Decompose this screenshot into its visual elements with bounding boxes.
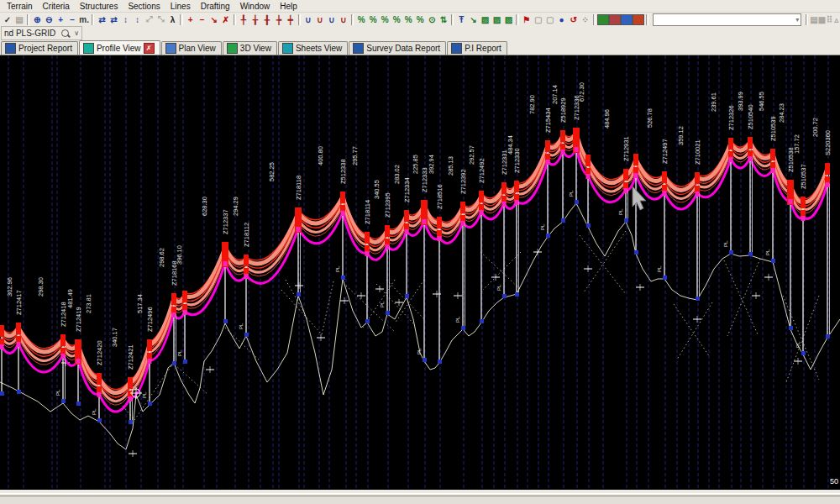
find-text[interactable]: nd PLS-GRID — [4, 29, 55, 38]
grid-green-icon-3[interactable]: ▨ — [502, 13, 514, 25]
menu-item-criteria[interactable]: Criteria — [39, 2, 74, 11]
toolbar-separator — [351, 14, 354, 25]
table-icon-4: ▵ — [833, 13, 840, 25]
zoom-out-icon[interactable]: ⊖ — [43, 13, 55, 25]
points-icon[interactable]: ⁘ — [580, 13, 591, 25]
add-structure-icon[interactable]: + — [185, 13, 197, 25]
measure-icon[interactable]: m. — [78, 13, 90, 25]
clearance-icon-4[interactable]: % — [391, 13, 402, 25]
map-orange-icon[interactable] — [633, 13, 644, 25]
tab-document-icon — [5, 43, 16, 54]
structure-edit-icon-5[interactable]: ┿ — [285, 13, 297, 25]
grid-green-icon-2[interactable]: ▨ — [491, 13, 502, 25]
zoom-in-icon[interactable]: ⊕ — [31, 13, 43, 25]
fit-width-icon[interactable]: ⇄ — [108, 13, 119, 25]
horizontal-scrollbar[interactable] — [0, 493, 840, 504]
structure-edit-icon-1[interactable]: ╀ — [238, 13, 249, 25]
clearance-icon-6[interactable]: % — [414, 13, 426, 25]
add-icon[interactable]: + — [55, 13, 66, 25]
map-terrain-icon[interactable] — [597, 13, 609, 25]
toolbar-separator — [516, 14, 518, 25]
profile-canvas[interactable]: Z712417Z712418Z712419Z712420Z712421Z7124… — [0, 55, 840, 490]
clearance-icon-1[interactable]: % — [355, 13, 367, 25]
walk-icon[interactable]: λ — [166, 13, 178, 25]
structure-edit-icon-4[interactable]: ┾ — [273, 13, 285, 25]
map-blue-icon — [621, 14, 633, 25]
svg-text:302.96: 302.96 — [6, 277, 13, 297]
combobox-arrow-icon[interactable]: ▾ — [795, 16, 801, 24]
sag-icon-2[interactable]: ∪ — [314, 13, 326, 25]
sag-icon-4[interactable]: ∪ — [338, 13, 349, 25]
svg-text:Z712334: Z712334 — [403, 177, 411, 202]
toolbar-separator — [27, 14, 29, 25]
tab-p-i-report[interactable]: P.I Report — [447, 41, 507, 55]
sag-icon-3[interactable]: ∪ — [326, 13, 338, 25]
tab-document-icon — [165, 43, 176, 54]
clearance-icon-3[interactable]: % — [379, 13, 391, 25]
map-blue-icon[interactable] — [621, 13, 633, 25]
menu-item-structures[interactable]: Structures — [76, 2, 123, 11]
profile-view-frame: Z712417Z712418Z712419Z712420Z712421Z7124… — [0, 55, 840, 493]
move-structure-icon[interactable]: ↘ — [208, 13, 220, 25]
svg-text:200.72: 200.72 — [811, 118, 819, 137]
map-red-icon[interactable] — [609, 13, 621, 25]
clearance-icon-7[interactable]: ⊙ — [426, 13, 438, 25]
tab-plan-view[interactable]: Plan View — [161, 41, 222, 55]
pan-up-down-icon[interactable]: ↕ — [119, 13, 131, 25]
menu-item-window[interactable]: Window — [236, 2, 275, 11]
tab-survey-data-report[interactable]: Survey Data Report — [349, 41, 446, 55]
search-icon[interactable] — [60, 29, 71, 39]
grid-green-icon-1[interactable]: ▨ — [479, 13, 491, 25]
svg-text:285.13: 285.13 — [447, 156, 454, 176]
toolbar-group-9 — [597, 13, 644, 25]
svg-text:Z712492: Z712492 — [478, 158, 486, 183]
tab-project-report[interactable]: Project Report — [1, 41, 78, 55]
svg-text:Z712326: Z712326 — [727, 105, 735, 130]
tab-sheets-view[interactable]: Sheets View — [278, 41, 348, 55]
clearance-icon-5[interactable]: % — [402, 13, 414, 25]
chevron-down-icon[interactable]: ∨ — [74, 29, 79, 37]
svg-text:295.77: 295.77 — [351, 146, 359, 165]
structure-edit-icon-3[interactable]: ╂ — [261, 13, 273, 25]
menu-item-drafting[interactable]: Drafting — [197, 2, 234, 11]
svg-text:546.55: 546.55 — [758, 92, 765, 111]
pan-left-right-icon[interactable]: ⇄ — [96, 13, 108, 25]
svg-text:481.49: 481.49 — [66, 289, 74, 308]
fit-height-icon[interactable]: ↕ — [131, 13, 143, 25]
rotate-icon[interactable]: ↺ — [568, 13, 580, 25]
clearance-icon-8[interactable]: ⇅ — [438, 13, 449, 25]
remove-structure-icon[interactable]: − — [197, 13, 208, 25]
slope-icon[interactable]: ↘ — [467, 13, 479, 25]
sag-icon-1[interactable]: ∪ — [302, 13, 314, 25]
clearance-icon-2[interactable]: % — [367, 13, 379, 25]
section-icon[interactable]: Ŧ — [455, 13, 467, 25]
tab-profile-view[interactable]: Profile View✗ — [79, 40, 160, 55]
find-box[interactable]: nd PLS-GRID ∨ — [1, 26, 82, 40]
svg-text:Z718118: Z718118 — [295, 176, 302, 200]
menu-item-terrain[interactable]: Terrain — [3, 2, 37, 11]
svg-text:484.96: 484.96 — [603, 109, 611, 129]
menu-item-sections[interactable]: Sections — [123, 2, 164, 11]
tab-3d-view[interactable]: 3D View — [223, 41, 277, 55]
tab-close-icon[interactable]: ✗ — [144, 43, 155, 54]
toolbar-combobox[interactable]: ▾ — [653, 13, 801, 26]
svg-text:400.80: 400.80 — [317, 146, 324, 165]
structure-edit-icon-2[interactable]: ╁ — [249, 13, 261, 25]
svg-text:Z712931: Z712931 — [622, 136, 630, 161]
svg-text:Z718516: Z718516 — [436, 184, 444, 209]
map-orange-icon — [633, 14, 644, 25]
main-toolbar: ✓▤⊕⊖+−m.⇄⇄↕↕⤢⤡λ+−↘✗╀╁╂┾┿∪∪∪∪%%%%%%⊙⇅Ŧ↘▨▨… — [0, 13, 840, 26]
subtract-icon[interactable]: − — [66, 13, 78, 25]
flag-icon[interactable]: ⚑ — [521, 13, 533, 25]
svg-text:PL: PL — [142, 391, 147, 398]
globe-icon[interactable]: ● — [556, 13, 568, 25]
redo-check-icon[interactable]: ✓ — [2, 13, 13, 25]
menu-item-help[interactable]: Help — [276, 2, 302, 11]
svg-text:PL: PL — [55, 389, 60, 396]
svg-text:484.34: 484.34 — [507, 135, 514, 155]
svg-text:Z718112: Z718112 — [243, 223, 250, 247]
toolbar-separator — [646, 14, 648, 25]
menu-item-lines[interactable]: Lines — [166, 2, 195, 11]
delete-icon[interactable]: ✗ — [220, 13, 232, 25]
svg-text:672.30: 672.30 — [578, 82, 585, 102]
